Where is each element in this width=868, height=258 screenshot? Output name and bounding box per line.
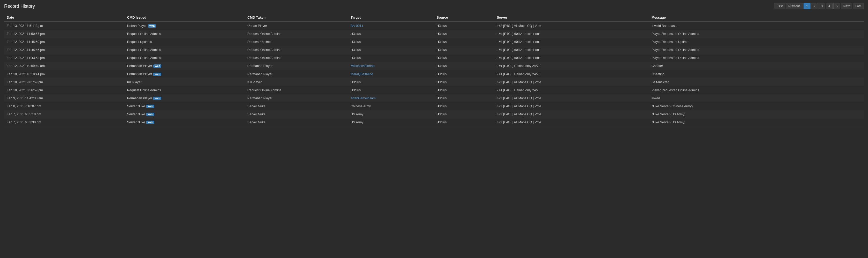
record-table: Date CMD Issued CMD Taken Target Source … [4, 13, 864, 126]
cell-date: Feb 7, 2021 6:35:10 pm [4, 110, 125, 118]
cell-date: Feb 12, 2021 11:45:46 pm [4, 46, 125, 54]
table-row: Feb 12, 2021 11:45:59 pmRequest UptimesR… [4, 38, 864, 46]
table-row: Feb 10, 2021 10:18:41 pmPermaban PlayerW… [4, 70, 864, 78]
cell-source: H3dius [434, 46, 494, 54]
cell-message: Nuke Server (Chinese Army) [649, 102, 864, 110]
cell-target: H3dius [348, 78, 434, 86]
cell-date: Feb 9, 2021 11:42:30 am [4, 94, 125, 102]
web-badge: Web [153, 64, 161, 68]
cell-message: linked [649, 94, 864, 102]
pagination-page-2[interactable]: 2 [811, 3, 818, 9]
target-link[interactable]: MaraQSaltMine [351, 72, 373, 76]
cell-cmd-issued: Permaban PlayerWeb [125, 94, 245, 102]
cell-message: Cheater [649, 62, 864, 70]
table-row: Feb 7, 2021 6:35:10 pmServer NukeWebServ… [4, 110, 864, 118]
cell-server: ! #2 [E4GL] All Maps CQ | Vote [494, 78, 649, 86]
pagination-first[interactable]: First [774, 3, 785, 9]
target-link[interactable]: Mrbosschairman [351, 64, 374, 68]
col-header-server: Server [494, 13, 649, 22]
cell-target[interactable]: AffenGemeinsam [348, 94, 434, 102]
cell-source: H3dius [434, 78, 494, 86]
cell-date: Feb 13, 2021 1:51:13 pm [4, 22, 125, 30]
target-link[interactable]: BA-0011 [351, 24, 363, 28]
cell-message: Nuke Server (US Army) [649, 110, 864, 118]
cell-cmd-taken: Permaban Player [245, 94, 348, 102]
cell-server: - #4 [E4GL] 60Hz - Locker onl [494, 46, 649, 54]
cell-cmd-issued: Unban PlayerWeb [125, 22, 245, 30]
table-row: Feb 12, 2021 10:59:49 amPermaban PlayerW… [4, 62, 864, 70]
cell-target: H3dius [348, 38, 434, 46]
pagination: First Previous 1 2 3 4 5 Next Last [774, 3, 864, 9]
cell-target: H3dius [348, 54, 434, 62]
col-header-target: Target [348, 13, 434, 22]
cell-target: US Army [348, 110, 434, 118]
pagination-page-1[interactable]: 1 [804, 3, 810, 9]
cell-server: - #4 [E4GL] 60Hz - Locker onl [494, 30, 649, 38]
cell-date: Feb 10, 2021 10:18:41 pm [4, 70, 125, 78]
cell-cmd-taken: Permaban Player [245, 70, 348, 78]
cell-cmd-issued: Request Online Admins [125, 30, 245, 38]
cell-server: - #4 [E4GL] 60Hz - Locker onl [494, 54, 649, 62]
cell-source: H3dius [434, 54, 494, 62]
cell-cmd-taken: Permaban Player [245, 62, 348, 70]
cell-cmd-issued: Request Uptimes [125, 38, 245, 46]
cell-cmd-taken: Request Online Admins [245, 30, 348, 38]
cell-cmd-issued: Permaban PlayerWeb [125, 70, 245, 78]
cell-source: H3dius [434, 30, 494, 38]
table-row: Feb 10, 2021 8:56:59 pmRequest Online Ad… [4, 86, 864, 94]
col-header-message: Message [649, 13, 864, 22]
table-row: Feb 7, 2021 6:33:30 pmServer NukeWebServ… [4, 118, 864, 126]
header-row: Record History First Previous 1 2 3 4 5 … [4, 3, 864, 9]
cell-message: Player Requested Online Admins [649, 30, 864, 38]
cell-server: - #4 [E4GL] 60Hz - Locker onl [494, 38, 649, 46]
cell-date: Feb 12, 2021 11:43:53 pm [4, 54, 125, 62]
cell-date: Feb 12, 2021 11:50:57 pm [4, 30, 125, 38]
cell-target: Chinese Army [348, 102, 434, 110]
pagination-page-5[interactable]: 5 [833, 3, 840, 9]
pagination-page-3[interactable]: 3 [818, 3, 826, 9]
cell-date: Feb 12, 2021 11:45:59 pm [4, 38, 125, 46]
cell-cmd-issued: Request Online Admins [125, 54, 245, 62]
cell-cmd-taken: Request Uptimes [245, 38, 348, 46]
table-row: Feb 10, 2021 9:01:59 pmKill PlayerKill P… [4, 78, 864, 86]
pagination-next[interactable]: Next [841, 3, 852, 9]
cell-date: Feb 10, 2021 9:01:59 pm [4, 78, 125, 86]
web-badge: Web [148, 24, 156, 28]
cell-source: H3dius [434, 94, 494, 102]
target-link[interactable]: AffenGemeinsam [351, 97, 375, 100]
cell-cmd-taken: Request Online Admins [245, 86, 348, 94]
web-badge: Web [146, 105, 154, 108]
cell-source: H3dius [434, 22, 494, 30]
cell-source: H3dius [434, 102, 494, 110]
cell-date: Feb 8, 2021 7:10:07 pm [4, 102, 125, 110]
table-header-row: Date CMD Issued CMD Taken Target Source … [4, 13, 864, 22]
table-container: Date CMD Issued CMD Taken Target Source … [4, 13, 864, 126]
cell-target[interactable]: Mrbosschairman [348, 62, 434, 70]
pagination-page-4[interactable]: 4 [826, 3, 833, 9]
table-row: Feb 13, 2021 1:51:13 pmUnban PlayerWebUn… [4, 22, 864, 30]
cell-cmd-issued: Server NukeWeb [125, 102, 245, 110]
table-row: Feb 12, 2021 11:50:57 pmRequest Online A… [4, 30, 864, 38]
cell-target[interactable]: BA-0011 [348, 22, 434, 30]
table-row: Feb 8, 2021 7:10:07 pmServer NukeWebServ… [4, 102, 864, 110]
cell-target[interactable]: MaraQSaltMine [348, 70, 434, 78]
cell-source: H3dius [434, 38, 494, 46]
table-body: Feb 13, 2021 1:51:13 pmUnban PlayerWebUn… [4, 22, 864, 126]
cell-target: H3dius [348, 86, 434, 94]
cell-message: Nuke Server (US Army) [649, 118, 864, 126]
cell-server: - #1 [E4GL] Hainan only 24/7 | [494, 62, 649, 70]
cell-server: - #1 [E4GL] Hainan only 24/7 | [494, 86, 649, 94]
pagination-previous[interactable]: Previous [786, 3, 803, 9]
cell-cmd-taken: Unban Player [245, 22, 348, 30]
pagination-last[interactable]: Last [853, 3, 864, 9]
cell-cmd-issued: Request Online Admins [125, 86, 245, 94]
page-container: Record History First Previous 1 2 3 4 5 … [0, 0, 868, 130]
cell-message: Self-Inflicted [649, 78, 864, 86]
web-badge: Web [146, 113, 154, 116]
cell-cmd-issued: Permaban PlayerWeb [125, 62, 245, 70]
col-header-cmd-taken: CMD Taken [245, 13, 348, 22]
cell-server: - #1 [E4GL] Hainan only 24/7 | [494, 70, 649, 78]
cell-cmd-taken: Server Nuke [245, 118, 348, 126]
cell-source: H3dius [434, 110, 494, 118]
web-badge: Web [146, 121, 154, 124]
